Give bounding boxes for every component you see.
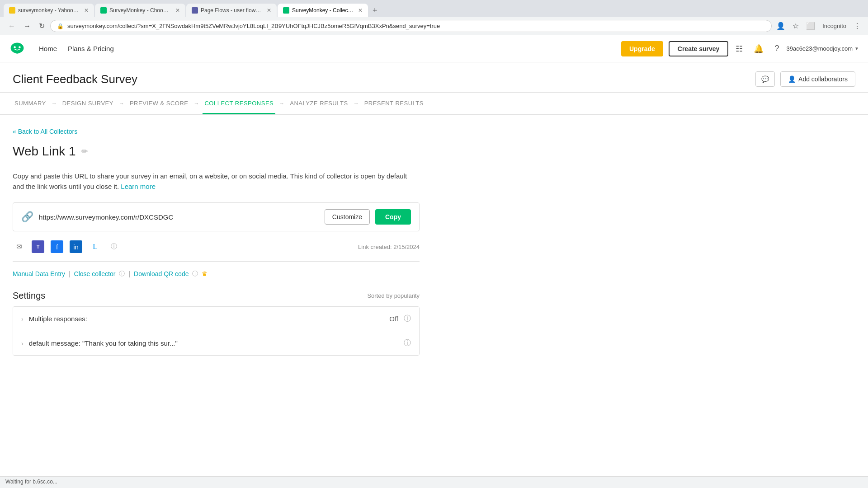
tab-label-1: surveymonkey - Yahoo Search... <box>18 7 80 14</box>
browser-tabs: surveymonkey - Yahoo Search... ✕ SurveyM… <box>0 0 868 17</box>
sidebar-icon[interactable]: ⬜ <box>804 20 817 32</box>
sm-nav: Home Plans & Pricing <box>39 45 621 52</box>
share-email-icon[interactable]: ✉ <box>13 240 25 253</box>
sm-header-icons: ☷ 🔔 ? <box>734 42 781 56</box>
description-text-content: Copy and paste this URL to share your su… <box>13 172 407 190</box>
settings-header: Settings Sorted by popularity <box>13 291 420 301</box>
settings-row-info-icon-1[interactable]: ⓘ <box>404 314 411 324</box>
step-collect[interactable]: COLLECT RESPONSES <box>203 94 275 114</box>
link-created-text: Link created: 2/15/2024 <box>358 244 420 250</box>
collector-url: https://www.surveymonkey.com/r/DXCSDGC <box>39 213 319 221</box>
separator-1: | <box>69 270 71 277</box>
crown-icon: ♛ <box>202 270 208 277</box>
back-button[interactable]: ← <box>5 20 18 32</box>
collector-links: Manual Data Entry | Close collector ⓘ | … <box>13 270 420 278</box>
manual-data-entry-link[interactable]: Manual Data Entry <box>13 270 65 277</box>
incognito-label: Incognito <box>821 21 848 31</box>
upgrade-button[interactable]: Upgrade <box>621 41 663 56</box>
step-analyze[interactable]: ANALYZE RESULTS <box>288 94 349 114</box>
step-present[interactable]: PRESENT RESULTS <box>363 94 425 114</box>
tab-label-2: SurveyMonkey - Choose Colle... <box>109 7 171 14</box>
learn-more-link[interactable]: Learn more <box>121 183 156 190</box>
browser-nav-actions: 👤 ☆ ⬜ Incognito ⋮ <box>774 20 863 32</box>
share-linkedin-icon[interactable]: in <box>70 240 82 253</box>
step-arrow-2: → <box>119 100 124 107</box>
copy-button[interactable]: Copy <box>375 209 411 225</box>
comment-icon: 💬 <box>761 75 769 83</box>
sm-header: Home Plans & Pricing Upgrade Create surv… <box>0 35 868 62</box>
collector-divider <box>13 261 420 262</box>
tab-favicon-1 <box>9 7 15 14</box>
browser-tab-2[interactable]: SurveyMonkey - Choose Colle... ✕ <box>95 4 185 17</box>
svg-point-1 <box>14 46 15 48</box>
settings-expand-icon-2[interactable]: › <box>21 340 24 347</box>
forward-button[interactable]: → <box>21 20 33 32</box>
main-content: « Back to All Collectors Web Link 1 ✏ Co… <box>0 115 542 368</box>
settings-sort-label: Sorted by popularity <box>367 292 420 299</box>
sm-logo[interactable] <box>9 41 25 57</box>
tab-favicon-3 <box>192 7 198 14</box>
settings-default-message-label: default message: "Thank you for taking t… <box>29 339 404 347</box>
settings-multiple-responses-value: Off <box>389 315 398 323</box>
settings-row-info-icon-2[interactable]: ⓘ <box>404 338 411 348</box>
browser-nav: ← → ↻ 🔒 surveymonkey.com/collect/?sm=X_2… <box>0 17 868 35</box>
web-link-title: Web Link 1 ✏ <box>13 144 530 159</box>
share-row: ✉ T f in 𝕃 ⓘ Link created: 2/15/2024 <box>13 240 420 253</box>
browser-chrome: surveymonkey - Yahoo Search... ✕ SurveyM… <box>0 0 868 35</box>
user-email: 39ac6e23@moodjoy.com <box>786 45 853 52</box>
svg-point-2 <box>19 46 21 48</box>
help-icon[interactable]: ? <box>773 42 781 55</box>
nav-home[interactable]: Home <box>39 45 57 52</box>
settings-expand-icon-1[interactable]: › <box>21 315 24 323</box>
settings-title: Settings <box>13 291 45 301</box>
menu-icon[interactable]: ⋮ <box>852 20 863 32</box>
browser-tab-3[interactable]: Page Flows - user flow desig... ✕ <box>186 4 277 17</box>
tab-label-4: SurveyMonkey - Collector Det... <box>292 7 354 14</box>
edit-title-icon[interactable]: ✏ <box>81 146 88 156</box>
step-item-preview: PREVIEW & SCORE <box>128 94 190 113</box>
close-collector-link[interactable]: Close collector <box>74 270 116 277</box>
new-tab-button[interactable]: + <box>369 4 381 17</box>
title-actions: 💬 👤 Add collaborators <box>755 71 855 87</box>
address-bar[interactable]: 🔒 surveymonkey.com/collect/?sm=X_2FNSowd… <box>50 20 772 32</box>
share-info-icon[interactable]: ⓘ <box>108 240 120 253</box>
reload-button[interactable]: ↻ <box>36 20 47 32</box>
step-summary[interactable]: SUMMARY <box>13 94 48 114</box>
comment-button[interactable]: 💬 <box>755 71 775 87</box>
share-twitter-icon[interactable]: 𝕃 <box>89 240 101 253</box>
settings-multiple-responses-label: Multiple responses: <box>29 315 390 323</box>
step-item-present: PRESENT RESULTS <box>363 94 425 113</box>
step-design[interactable]: DESIGN SURVEY <box>61 94 115 114</box>
apps-icon[interactable]: ☷ <box>734 42 745 56</box>
back-to-collectors-link[interactable]: « Back to All Collectors <box>13 128 77 135</box>
browser-tab-4[interactable]: SurveyMonkey - Collector Det... ✕ <box>278 4 368 17</box>
notifications-icon[interactable]: 🔔 <box>752 42 765 56</box>
share-facebook-icon[interactable]: f <box>51 240 63 253</box>
settings-row-default-message: › default message: "Thank you for taking… <box>13 331 419 355</box>
create-survey-button[interactable]: Create survey <box>669 41 729 56</box>
profile-icon[interactable]: 👤 <box>774 20 787 32</box>
customize-button[interactable]: Customize <box>325 209 370 225</box>
tab-favicon-4 <box>283 7 289 14</box>
tab-close-3[interactable]: ✕ <box>267 7 271 14</box>
step-preview[interactable]: PREVIEW & SCORE <box>128 94 190 114</box>
download-qr-info-icon[interactable]: ⓘ <box>192 270 198 278</box>
step-arrow-1: → <box>52 100 57 107</box>
browser-tab-1[interactable]: surveymonkey - Yahoo Search... ✕ <box>4 4 94 17</box>
step-arrow-3: → <box>193 100 199 107</box>
nav-plans-pricing[interactable]: Plans & Pricing <box>68 45 114 52</box>
step-item-summary: SUMMARY <box>13 94 48 113</box>
tab-close-1[interactable]: ✕ <box>84 7 89 14</box>
step-arrow-4: → <box>279 100 284 107</box>
add-collaborators-label: Add collaborators <box>798 75 848 83</box>
download-qr-link[interactable]: Download QR code <box>134 270 189 277</box>
user-menu[interactable]: 39ac6e23@moodjoy.com ▼ <box>786 45 859 52</box>
tab-close-2[interactable]: ✕ <box>175 7 180 14</box>
lock-icon: 🔒 <box>57 23 64 29</box>
url-box: 🔗 https://www.surveymonkey.com/r/DXCSDGC… <box>13 202 420 231</box>
add-collaborators-button[interactable]: 👤 Add collaborators <box>780 71 855 87</box>
share-teams-icon[interactable]: T <box>32 240 44 253</box>
bookmark-icon[interactable]: ☆ <box>791 20 801 32</box>
tab-close-4[interactable]: ✕ <box>358 7 363 14</box>
close-collector-info-icon[interactable]: ⓘ <box>119 270 125 278</box>
